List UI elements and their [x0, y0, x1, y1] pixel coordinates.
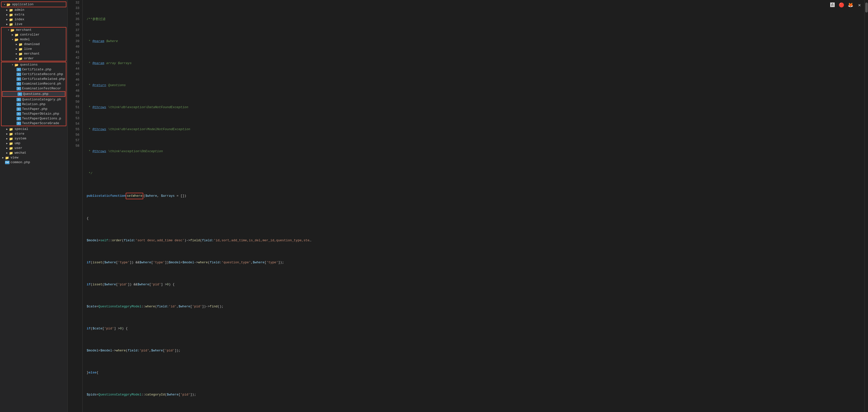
sidebar-item-common[interactable]: PHP common.php: [0, 160, 67, 165]
line-numbers-gutter: 32 33 34 35 36 37 38 39 40 41 42 43 44 4…: [68, 0, 83, 412]
folder-icon-live2: [19, 47, 23, 51]
sidebar-label-merchant: merchant: [16, 28, 66, 32]
sidebar-item-Relation[interactable]: C Relation.php: [1, 102, 66, 107]
sidebar-item-CertificateRecord[interactable]: C CertificateRecord.php: [1, 72, 66, 76]
sidebar-item-special[interactable]: ▶ special: [0, 127, 67, 131]
sidebar-item-merchant2[interactable]: ▶ merchant: [1, 51, 66, 56]
sidebar-item-user[interactable]: ▶ user: [0, 146, 67, 151]
sidebar-item-store[interactable]: ▶ store: [0, 131, 67, 136]
sidebar-item-application[interactable]: ▾ application: [1, 2, 66, 7]
folder-icon-download: [19, 42, 23, 46]
sidebar-item-view[interactable]: ▶ view: [0, 155, 67, 160]
php-icon-TestPaper: C: [17, 107, 21, 111]
sidebar-item-download[interactable]: ▶ download: [1, 42, 66, 46]
php-icon-CertificateRelated: C: [17, 77, 21, 81]
sidebar-item-order[interactable]: ▶ order: [1, 56, 66, 61]
icon-firefox[interactable]: 🦊: [847, 1, 854, 8]
sidebar-label-extra: extra: [14, 13, 67, 17]
folder-icon-user: [9, 147, 13, 150]
code-line-35: * @return Questions: [87, 83, 861, 88]
code-line-39: */: [87, 171, 861, 176]
sidebar-item-wechat[interactable]: ▶ wechat: [0, 151, 67, 155]
icon-chrome[interactable]: 🔴: [838, 1, 845, 8]
folder-icon-ump: [9, 142, 13, 145]
sidebar-item-QuestionsCategpry[interactable]: C QuestionsCategpry.ph: [1, 97, 66, 102]
sidebar-item-TestPaperScoreGrade[interactable]: C TestPaperScoreGrade: [1, 121, 66, 126]
arrow-order: ▶: [14, 57, 19, 60]
sidebar-item-ump[interactable]: ▶ ump: [0, 141, 67, 146]
sidebar-item-TestPaper[interactable]: C TestPaper.php: [1, 107, 66, 112]
code-editor[interactable]: 32 33 34 35 36 37 38 39 40 41 42 43 44 4…: [68, 0, 868, 412]
sidebar-label-Relation: Relation.php: [22, 102, 66, 106]
sidebar-item-merchant[interactable]: ▾ merchant: [1, 28, 66, 32]
file-explorer-sidebar: ▾ application ▶ admin ▶ extra ▶ index ▶ …: [0, 0, 68, 412]
php-icon-TestPaperQuestions: C: [17, 117, 21, 120]
php-icon-Questions: C: [18, 92, 22, 96]
sidebar-label-controller: controller: [20, 33, 66, 36]
folder-icon-live: [9, 23, 13, 26]
icon-close[interactable]: ✕: [856, 1, 863, 8]
code-text-area[interactable]: /**参数过滤 * @param $where * @param array $…: [83, 0, 865, 412]
sidebar-item-ExaminationRecord[interactable]: C ExaminationRecord.ph: [1, 81, 66, 86]
arrow-ump: ▶: [5, 142, 9, 145]
sidebar-item-TestPaperQuestions[interactable]: C TestPaperQuestions.p: [1, 116, 66, 121]
folder-icon-model: [14, 38, 19, 41]
php-icon-CertificateRecord: C: [17, 72, 21, 76]
folder-icon-controller: [14, 33, 19, 36]
sidebar-item-system[interactable]: ▶ system: [0, 136, 67, 141]
sidebar-label-questions: questions: [20, 63, 66, 67]
sidebar-label-live: live: [14, 22, 67, 26]
code-line-48: } else {: [87, 370, 861, 376]
arrow-view: ▶: [1, 156, 5, 159]
arrow-live2: ▶: [14, 47, 19, 51]
sidebar-item-live2[interactable]: ▶ live: [1, 46, 66, 51]
code-line-44: if (isset($where['pid']) && $where['pid'…: [87, 282, 861, 287]
sidebar-item-Questions[interactable]: C Questions.php: [2, 92, 65, 96]
folder-icon-index: [9, 18, 13, 21]
folder-icon-application: [6, 3, 11, 6]
code-line-32: /**参数过滤: [87, 17, 861, 22]
sidebar-item-admin[interactable]: ▶ admin: [0, 7, 67, 12]
sidebar-label-order: order: [24, 57, 66, 60]
sidebar-item-questions[interactable]: ▾ questions: [1, 62, 66, 67]
sidebar-item-CertificateRelated[interactable]: C CertificateRelated.php: [1, 76, 66, 81]
code-line-46: if ($cate['pid'] > 0) {: [87, 326, 861, 331]
arrow-special: ▶: [5, 128, 9, 131]
arrow-merchant: ▾: [6, 29, 10, 32]
sidebar-label-user: user: [14, 146, 67, 150]
code-line-49: $pids = QuestionsCategpryModel::category…: [87, 392, 861, 398]
sidebar-label-index: index: [14, 18, 67, 21]
sidebar-label-ExaminationRecord: ExaminationRecord.ph: [22, 82, 66, 86]
vertical-scrollbar[interactable]: [865, 0, 868, 412]
sidebar-label-ExaminationTestRecord: ExaminationTestRecor: [22, 87, 66, 90]
scrollbar-thumb[interactable]: [865, 2, 868, 12]
php-icon-Relation: C: [17, 103, 21, 106]
sidebar-item-TestPaperObtain[interactable]: C TestPaperObtain.php: [1, 112, 66, 116]
php-icon-ExaminationTestRecord: C: [17, 87, 21, 90]
sidebar-item-controller[interactable]: ▶ controller: [1, 32, 66, 37]
arrow-user: ▶: [5, 147, 9, 150]
icon-a[interactable]: 🅰: [829, 1, 836, 8]
sidebar-label-admin: admin: [14, 8, 67, 12]
sidebar-item-live[interactable]: ▶ live: [0, 22, 67, 27]
folder-icon-merchant: [10, 28, 15, 32]
sidebar-label-download: download: [24, 42, 66, 46]
sidebar-label-merchant2: merchant: [24, 52, 66, 56]
folder-icon-store: [9, 132, 13, 136]
sidebar-item-index[interactable]: ▶ index: [0, 17, 67, 22]
php-icon-ExaminationRecord: C: [17, 82, 21, 86]
code-line-34: * @param array $arrays: [87, 61, 861, 66]
code-line-41: {: [87, 216, 861, 221]
code-line-37: * @throws \think\db\exception\ModelNotFo…: [87, 127, 861, 132]
code-line-33: * @param $where: [87, 38, 861, 44]
sidebar-item-ExaminationTestRecord[interactable]: C ExaminationTestRecor: [1, 86, 66, 91]
code-line-45: $cate = QuestionsCategpryModel::where( f…: [87, 304, 861, 309]
sidebar-item-extra[interactable]: ▶ extra: [0, 12, 67, 17]
php-icon-TestPaperScoreGrade: C: [17, 122, 21, 125]
php-icon-common: PHP: [5, 161, 9, 164]
sidebar-item-model[interactable]: ▾ model: [1, 37, 66, 42]
sidebar-label-system: system: [14, 137, 67, 140]
sidebar-item-Certificate[interactable]: C Certificate.php: [1, 67, 66, 72]
sidebar-label-live2: live: [24, 47, 66, 51]
code-line-36: * @throws \think\db\exception\DataNotFou…: [87, 105, 861, 110]
